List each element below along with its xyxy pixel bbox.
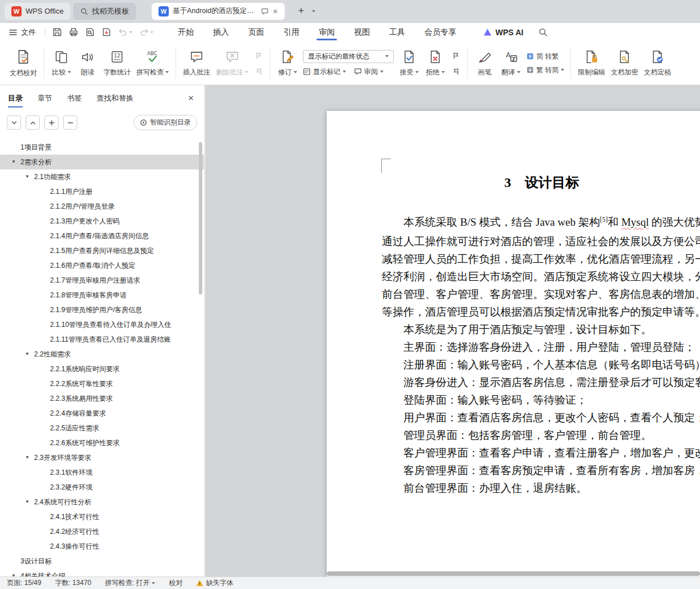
horizontal-scrollbar[interactable] [327,571,700,576]
toc-item[interactable]: 2.1.8管理员审核客房申请 [0,288,204,302]
toc-item[interactable]: 2.2.4存储容量要求 [0,406,204,421]
sidebar-tab-toc[interactable]: 目录 [8,85,23,111]
tab-tools[interactable]: 工具 [380,23,415,42]
toc-item[interactable]: 2.3开发环境等要求 [0,450,204,465]
toc-item[interactable]: 2.4系统可行性分析 [0,495,204,509]
insert-comment-button[interactable]: 插入批注 [180,45,213,81]
tab-insert[interactable]: 插入 [203,23,239,42]
tab-wps-home[interactable]: W WPS Office [5,3,70,20]
zoom-out-button[interactable] [63,115,77,130]
accept-button[interactable]: 接受 [396,45,422,81]
toc-item[interactable]: 2.4.1技术可行性 [0,509,204,524]
toc-item[interactable]: 2.2.3系统易用性要求 [0,391,204,406]
tab-close-icon[interactable] [273,7,278,15]
word-count-button[interactable]: 12 字数统计 [101,45,134,81]
toc-expand-icon[interactable] [25,174,30,179]
document-page[interactable]: 3 设计目标 本系统采取 B/S 模式，结合 Java web 架构[5]和 M… [327,111,700,576]
pen-button[interactable]: 画笔 [472,45,498,81]
toc-item[interactable]: 2.1功能需求 [0,169,204,184]
reject-button[interactable]: 拒绝 [422,45,448,81]
tab-view[interactable]: 视图 [344,23,380,42]
toc-item[interactable]: 2.2.6系统可维护性要求 [0,435,204,450]
toc-item[interactable]: 2.3.2硬件环境 [0,480,204,495]
delete-comment-icon [225,49,240,64]
tab-page[interactable]: 页面 [239,23,274,42]
page-indicator[interactable]: 页面: 15/49 [7,578,41,588]
sidebar-scrollbar[interactable] [199,142,202,294]
zoom-in-button[interactable] [44,115,59,130]
encrypt-button[interactable]: 文档加密 [608,45,641,81]
compare-button[interactable]: 比较 [48,45,74,81]
tab-start[interactable]: 开始 [168,23,203,42]
next-change-button[interactable] [450,66,461,76]
toc-item[interactable]: 2.1.10管理员查看待入住订单及办理入住 [0,317,204,332]
file-menu[interactable]: 文件 [0,27,41,38]
translate-icon: A [503,49,518,64]
previous-change-button[interactable] [450,50,461,60]
collapse-all-button[interactable] [26,115,40,130]
toc-item[interactable]: 2.4.3操作可行性 [0,539,204,554]
toc-item[interactable]: 2.1.4用户查看/筛选酒店房间信息 [0,229,204,243]
missing-font-warning[interactable]: 缺失字体 [196,578,233,588]
tab-review[interactable]: 审阅 [309,23,344,42]
new-tab-button[interactable]: + [294,4,309,19]
toc-item[interactable]: 2.4.2经济可行性 [0,524,204,539]
review-pane-button[interactable]: 审阅 [354,67,384,77]
print-preview-button[interactable] [85,27,95,37]
spell-check-button[interactable]: ABC 拼写检查 [134,45,172,81]
toc-item[interactable]: 2.1.11管理员查看已入住订单及退房结账 [0,332,204,347]
toc-expand-icon[interactable] [11,159,16,164]
restrict-edit-button[interactable]: 限制编辑 [575,45,608,81]
toc-item[interactable]: 2.2.1系统响应时间要求 [0,362,204,376]
word-count-indicator[interactable]: 字数: 13470 [55,578,91,588]
tab-member[interactable]: 会员专享 [415,23,466,42]
toc-item[interactable]: 2.1.2用户/管理员登录 [0,199,204,214]
sidebar-close-icon[interactable] [188,93,194,104]
translate-button[interactable]: A 翻译 [498,45,524,81]
smart-toc-button[interactable]: 智能识别目录 [134,115,197,130]
toc-item[interactable]: 3设计目标 [0,554,204,569]
expand-all-button[interactable] [7,115,21,130]
print-button[interactable] [69,27,78,37]
tab-document[interactable]: W 基于Android的酒店预定系统 [152,3,285,20]
show-markup-button[interactable]: 显示标记 [303,67,346,77]
toc-item[interactable]: 2.1.9管理员维护用户/客房信息 [0,302,204,317]
markup-state-combobox[interactable]: 显示标记的最终状态 [303,50,394,63]
toc-item[interactable]: 2.2性能需求 [0,347,204,362]
comment-bubble-icon[interactable] [261,7,269,15]
save-button[interactable] [52,27,62,37]
simplified-to-traditional-button[interactable]: 简 转繁 [526,52,564,61]
toc-item[interactable]: 2.1.1用户注册 [0,184,204,199]
sidebar-tab-bookmarks[interactable]: 书签 [67,85,82,111]
toc-item[interactable]: 2.1.3用户更改个人密码 [0,214,204,229]
toc-item[interactable]: 2.2.2系统可靠性要求 [0,376,204,391]
toc-item-label: 2.2.3系统易用性要求 [0,394,113,404]
sidebar-tab-chapters[interactable]: 章节 [38,85,52,111]
toc-expand-icon[interactable] [25,455,30,460]
finalize-button[interactable]: 文档定稿 [641,45,674,81]
toc-item[interactable]: 2需求分析 [0,155,204,169]
wps-ai-button[interactable]: WPS AI [483,28,523,37]
sidebar-tab-find-replace[interactable]: 查找和替换 [97,85,134,111]
doc-proof-button[interactable]: 文档校对 [7,45,40,81]
traditional-to-simplified-button[interactable]: 繁 转简 [526,65,564,75]
proofread-button[interactable]: 校对 [169,578,182,588]
track-changes-button[interactable]: 修订 [274,45,301,81]
export-pdf-button[interactable] [102,27,111,37]
toc-item[interactable]: 2.1.6用户查看/取消个人预定 [0,258,204,273]
toc-item[interactable]: 2.2.5适应性需求 [0,421,204,435]
toc-item[interactable]: 4相关技术介绍 [0,569,204,576]
tab-reference[interactable]: 引用 [274,23,309,42]
toc-item[interactable]: 1项目背景 [0,140,204,155]
toc-item[interactable]: 2.3.1软件环境 [0,465,204,480]
read-aloud-button[interactable]: 朗读 [74,45,101,81]
tab-list-caret-icon[interactable] [312,10,315,13]
tab-template-store[interactable]: 找稻壳模板 [73,3,136,20]
search-button[interactable] [538,27,548,37]
spell-check-indicator[interactable]: 拼写检查: 打开 [105,578,156,588]
toc-item[interactable]: 2.1.5用户查看房间详细信息及预定 [0,243,204,258]
toc-expand-icon[interactable] [25,499,30,504]
toc-expand-icon[interactable] [25,351,30,356]
toc-item-label: 2.4系统可行性分析 [0,497,91,507]
toc-item[interactable]: 2.1.7管理员审核用户注册请求 [0,273,204,288]
